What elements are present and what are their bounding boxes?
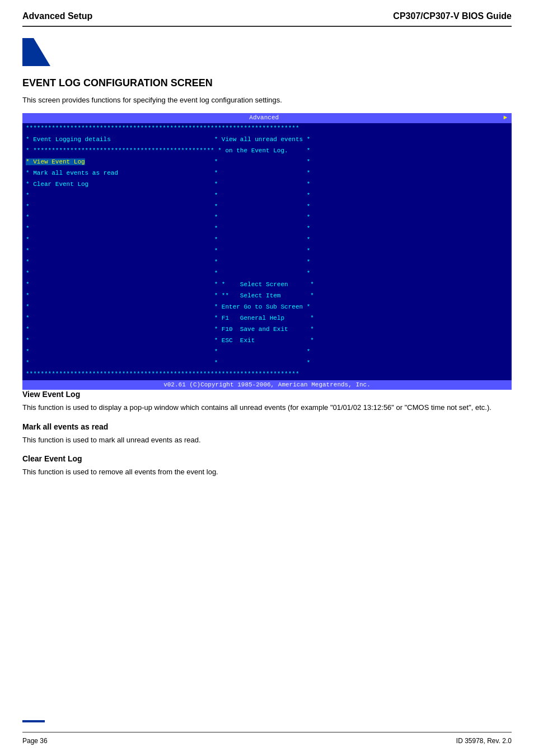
bios-row-enter: * * Enter Go to Sub Screen * — [22, 302, 512, 313]
bios-row-empty-3: * * * — [22, 212, 512, 223]
bios-stars-bottom: ****************************************… — [22, 369, 512, 380]
bios-footer-text: v02.61 (C)Copyright 1985-2006, American … — [163, 381, 371, 388]
footer-page-number: Page 36 — [22, 737, 48, 745]
bios-row-select-screen: * * * Select Screen * — [22, 279, 512, 291]
bios-row-f1: * * F1 General Help * — [22, 313, 512, 324]
bios-title-text: Advanced — [249, 114, 279, 121]
bios-row-empty-6: * * * — [22, 246, 512, 257]
bios-row-empty-2: * * * — [22, 202, 512, 213]
section-title: EVENT LOG CONFIGURATION SCREEN — [22, 77, 512, 89]
corner-accent — [22, 38, 50, 66]
bios-row-empty-4: * * * — [22, 223, 512, 235]
page-header: Advanced Setup CP307/CP307-V BIOS Guide — [22, 11, 512, 27]
bios-row-empty-9: * * * — [22, 347, 512, 358]
bios-title-star: ► — [503, 114, 507, 123]
subsection-clear-event-log: Clear Event Log This function is used to… — [22, 454, 512, 478]
bios-screen: Advanced► ******************************… — [22, 113, 512, 390]
subsection-mark-all-events-title: Mark all events as read — [22, 422, 512, 431]
footer-doc-id: ID 35978, Rev. 2.0 — [456, 737, 512, 745]
bios-stars-top: ****************************************… — [22, 123, 512, 134]
bios-row-esc: * * ESC Exit * — [22, 335, 512, 347]
bios-row-empty-5: * * * — [22, 235, 512, 246]
bios-row-empty-10: * * * — [22, 358, 512, 369]
bios-row-2: * **************************************… — [22, 146, 512, 157]
header-left: Advanced Setup — [22, 11, 92, 21]
bios-footer: v02.61 (C)Copyright 1985-2006, American … — [22, 380, 512, 390]
subsection-clear-event-log-title: Clear Event Log — [22, 454, 512, 463]
subsection-clear-event-log-desc: This function is used to remove all even… — [22, 466, 512, 478]
bios-row-1: * Event Logging details * View all unrea… — [22, 134, 512, 146]
bios-row-empty-8: * * * — [22, 268, 512, 279]
bios-row-f10: * * F10 Save and Exit * — [22, 324, 512, 335]
section-description: This screen provides functions for speci… — [22, 96, 512, 104]
bios-title-bar: Advanced► — [22, 113, 512, 123]
bios-row-clear-log: * Clear Event Log * * — [22, 179, 512, 190]
page-footer: Page 36 ID 35978, Rev. 2.0 — [22, 732, 512, 745]
bios-row-select-item: * * ** Select Item * — [22, 291, 512, 302]
bios-row-mark-events: * Mark all events as read * * — [22, 168, 512, 179]
header-right: CP307/CP307-V BIOS Guide — [393, 11, 512, 21]
subsection-mark-all-events-desc: This function is used to mark all unread… — [22, 435, 512, 446]
subsection-view-event-log: View Event Log This function is used to … — [22, 390, 512, 413]
subsection-view-event-log-desc: This function is used to display a pop-u… — [22, 402, 512, 413]
footer-accent — [22, 720, 45, 722]
bios-row-view-event: * View Event Log * * — [22, 157, 512, 168]
bios-row-empty-1: * * * — [22, 190, 512, 202]
bios-row-empty-7: * * * — [22, 257, 512, 268]
subsection-view-event-log-title: View Event Log — [22, 390, 512, 399]
subsection-mark-all-events: Mark all events as read This function is… — [22, 422, 512, 446]
